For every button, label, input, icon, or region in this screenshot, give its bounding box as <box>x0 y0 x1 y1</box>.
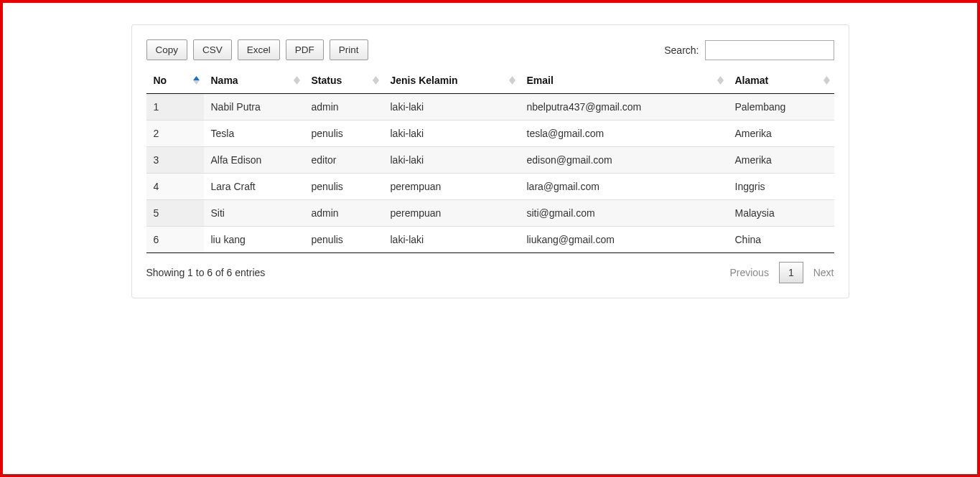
column-header-no[interactable]: No <box>146 67 204 94</box>
column-label: Nama <box>211 75 238 86</box>
csv-button[interactable]: CSV <box>193 39 232 60</box>
cell-alamat: Inggris <box>728 174 834 200</box>
outer-frame: Copy CSV Excel PDF Print Search: No <box>0 0 980 477</box>
cell-alamat: Amerika <box>728 147 834 174</box>
table-row: 5 Siti admin perempuan siti@gmail.com Ma… <box>146 200 834 227</box>
cell-email: nbelputra437@gmail.com <box>520 94 728 121</box>
cell-email: tesla@gmail.com <box>520 121 728 147</box>
column-header-jenis-kelamin[interactable]: Jenis Kelamin <box>383 67 520 94</box>
svg-marker-11 <box>823 80 830 85</box>
pdf-button[interactable]: PDF <box>286 39 324 60</box>
cell-no: 5 <box>146 200 204 227</box>
data-table-card: Copy CSV Excel PDF Print Search: No <box>131 24 849 298</box>
table-header-row: No Nama Status <box>146 67 834 94</box>
pagination-page-1[interactable]: 1 <box>779 262 803 283</box>
sort-icon <box>717 76 724 85</box>
cell-no: 2 <box>146 121 204 147</box>
cell-jenis-kelamin: perempuan <box>383 174 520 200</box>
entries-info: Showing 1 to 6 of 6 entries <box>146 267 266 278</box>
column-label: Email <box>527 75 554 86</box>
table-row: 1 Nabil Putra admin laki-laki nbelputra4… <box>146 94 834 121</box>
cell-email: lara@gmail.com <box>520 174 728 200</box>
cell-nama: Lara Craft <box>204 174 304 200</box>
column-label: Alamat <box>735 75 769 86</box>
export-buttons-group: Copy CSV Excel PDF Print <box>146 39 368 60</box>
column-label: Status <box>312 75 342 86</box>
sort-icon <box>373 76 379 85</box>
cell-nama: Alfa Edison <box>204 147 304 174</box>
cell-jenis-kelamin: laki-laki <box>383 121 520 147</box>
toolbar: Copy CSV Excel PDF Print Search: <box>146 39 834 60</box>
pagination-previous[interactable]: Previous <box>729 267 768 278</box>
cell-nama: Siti <box>204 200 304 227</box>
cell-nama: Tesla <box>204 121 304 147</box>
table-row: 6 liu kang penulis laki-laki liukang@gma… <box>146 227 834 253</box>
cell-status: penulis <box>304 174 383 200</box>
cell-no: 3 <box>146 147 204 174</box>
pagination: Previous 1 Next <box>729 262 834 283</box>
column-label: No <box>154 75 167 86</box>
cell-status: penulis <box>304 227 383 253</box>
cell-alamat: Amerika <box>728 121 834 147</box>
svg-marker-3 <box>294 80 300 85</box>
cell-jenis-kelamin: perempuan <box>383 200 520 227</box>
sort-icon <box>509 76 515 85</box>
cell-nama: Nabil Putra <box>204 94 304 121</box>
search-group: Search: <box>664 40 834 60</box>
cell-email: liukang@gmail.com <box>520 227 728 253</box>
column-header-status[interactable]: Status <box>304 67 383 94</box>
table-row: 3 Alfa Edison editor laki-laki edison@gm… <box>146 147 834 174</box>
table-body: 1 Nabil Putra admin laki-laki nbelputra4… <box>146 94 834 253</box>
cell-no: 6 <box>146 227 204 253</box>
svg-marker-1 <box>193 80 200 85</box>
column-header-alamat[interactable]: Alamat <box>728 67 834 94</box>
sort-icon <box>823 76 830 85</box>
column-header-nama[interactable]: Nama <box>204 67 304 94</box>
copy-button[interactable]: Copy <box>146 39 188 60</box>
search-input[interactable] <box>705 40 834 60</box>
excel-button[interactable]: Excel <box>238 39 280 60</box>
table-row: 4 Lara Craft penulis perempuan lara@gmai… <box>146 174 834 200</box>
search-label: Search: <box>664 44 699 56</box>
cell-status: penulis <box>304 121 383 147</box>
svg-marker-5 <box>373 80 379 85</box>
cell-no: 4 <box>146 174 204 200</box>
svg-marker-7 <box>509 80 515 85</box>
data-table: No Nama Status <box>146 67 834 253</box>
print-button[interactable]: Print <box>330 39 368 60</box>
cell-status: admin <box>304 200 383 227</box>
cell-email: siti@gmail.com <box>520 200 728 227</box>
cell-alamat: Palembang <box>728 94 834 121</box>
cell-alamat: China <box>728 227 834 253</box>
cell-jenis-kelamin: laki-laki <box>383 227 520 253</box>
svg-marker-9 <box>717 80 724 85</box>
cell-jenis-kelamin: laki-laki <box>383 147 520 174</box>
cell-nama: liu kang <box>204 227 304 253</box>
cell-alamat: Malaysia <box>728 200 834 227</box>
cell-no: 1 <box>146 94 204 121</box>
pagination-next[interactable]: Next <box>813 267 834 278</box>
table-footer: Showing 1 to 6 of 6 entries Previous 1 N… <box>146 262 834 283</box>
cell-email: edison@gmail.com <box>520 147 728 174</box>
cell-status: admin <box>304 94 383 121</box>
sort-icon <box>193 76 200 85</box>
table-row: 2 Tesla penulis laki-laki tesla@gmail.co… <box>146 121 834 147</box>
cell-jenis-kelamin: laki-laki <box>383 94 520 121</box>
column-label: Jenis Kelamin <box>391 75 458 86</box>
column-header-email[interactable]: Email <box>520 67 728 94</box>
cell-status: editor <box>304 147 383 174</box>
sort-icon <box>294 76 300 85</box>
